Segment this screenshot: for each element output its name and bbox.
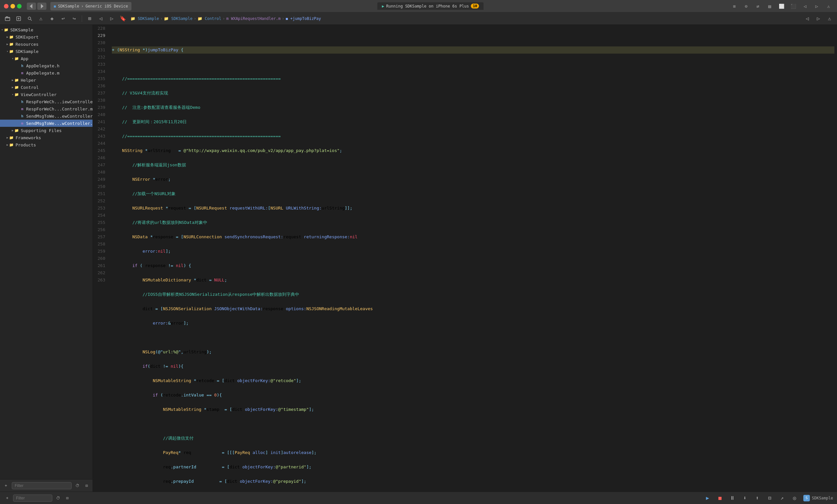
line-number-238: 238	[93, 97, 105, 104]
chevron-right-icon: ▶	[12, 129, 13, 132]
list-view-button[interactable]: ≡	[730, 3, 739, 10]
editor-nav-left[interactable]: ◁	[802, 14, 812, 23]
code-line-240: NSURLRequest *request = [NSURLRequest re…	[112, 204, 834, 212]
sidebar-item-sendmsgtowe-m[interactable]: m SendMsgToWe...wController.m	[0, 120, 92, 127]
sidebar-footer: + ⏱ ⊡	[0, 479, 92, 491]
sidebar-item-helper[interactable]: ▶ 📁 Helper	[0, 76, 92, 84]
running-tab[interactable]: ▶ Running SDKSample on iPhone 6s Plus 10	[377, 2, 484, 10]
statusbar-filter-options[interactable]: ⊡	[64, 495, 71, 501]
line-number-247: 247	[93, 161, 105, 169]
debug-stop[interactable]: ■	[715, 494, 725, 502]
sidebar-item-viewcontroller[interactable]: ▾ 📁 ViewController	[0, 91, 92, 98]
sidebar-item-appdelegate-m[interactable]: m AppDelegate.m	[0, 69, 92, 76]
line-number-237: 237	[93, 90, 105, 97]
debug-step-out[interactable]: ⬆	[752, 494, 762, 502]
warning-toolbar-button[interactable]: ⚠	[36, 14, 46, 23]
folder-icon: 📁	[9, 135, 14, 140]
maximize-button[interactable]	[17, 4, 22, 8]
sidebar-item-respforwech-mm[interactable]: m RespForWeCh...Controller.mm	[0, 105, 92, 112]
editor-warning[interactable]: ⚠	[824, 14, 834, 23]
path-sdksample-2[interactable]: 📁 SDKSample	[164, 16, 192, 21]
line-numbers: 228 229 230 231 232 233 234 235 236 237 …	[93, 25, 109, 491]
filter-history-button[interactable]: ⏱	[74, 482, 81, 489]
line-number-257: 257	[93, 233, 105, 240]
search-toolbar-button[interactable]	[25, 14, 35, 23]
path-sdksample-1[interactable]: 📁 SDKSample	[130, 16, 159, 21]
add-file-footer-button[interactable]: +	[3, 482, 9, 489]
sidebar-label-respforwech-mm: RespForWeCh...Controller.mm	[26, 107, 92, 111]
panel-button[interactable]: ▤	[765, 3, 774, 10]
warning-nav-right[interactable]: ▷	[812, 3, 821, 10]
close-button[interactable]	[4, 4, 8, 8]
sidebar-item-supporting-files[interactable]: ▶ 📁 Supporting Files	[0, 127, 92, 134]
statusbar-filter-input[interactable]	[13, 494, 52, 502]
editor-nav-right[interactable]: ▷	[814, 14, 823, 23]
line-number-255: 255	[93, 219, 105, 226]
warning-nav-left[interactable]: ◁	[800, 3, 809, 10]
scheme-selector[interactable]: ◼ SDKSample › Generic iOS Device	[50, 2, 131, 11]
arrows-button[interactable]: ⇄	[753, 3, 763, 10]
open-file-button[interactable]	[3, 14, 13, 23]
sidebar-label-sdkexport: SDKExport	[15, 35, 38, 39]
add-status-button[interactable]: +	[4, 495, 11, 501]
sidebar-item-app[interactable]: ▾ 📁 App	[0, 55, 92, 62]
path-method[interactable]: ◼ +jumpToBizPay	[285, 16, 321, 21]
nav-left-button[interactable]: ◁	[96, 14, 106, 23]
chevron-right-icon: ▶	[6, 35, 8, 39]
tab-label: Running SDKSample on iPhone 6s Plus	[386, 4, 469, 8]
search-button[interactable]: ⊙	[742, 3, 751, 10]
bookmark-button[interactable]: 🔖	[118, 14, 128, 23]
grid-button[interactable]: ⊞	[85, 14, 94, 23]
folder-icon: 📁	[14, 92, 19, 97]
issues-button[interactable]: ◈	[47, 14, 57, 23]
folder-icon: 📁	[9, 142, 14, 147]
split-button[interactable]: ⬛	[789, 3, 798, 10]
forward-button[interactable]	[37, 3, 47, 10]
sidebar-file-tree: ▾ 📁 SDKSample ▶ 📁 SDKExport ▶ 📁 Resource…	[0, 25, 92, 479]
path-control[interactable]: 📁 Control	[197, 16, 221, 21]
nav-right-button[interactable]: ▷	[107, 14, 117, 23]
warning-icon[interactable]: ⚠	[824, 3, 833, 10]
sidebar-item-sdkexport[interactable]: ▶ 📁 SDKExport	[0, 33, 92, 40]
sidebar-item-appdelegate-h[interactable]: h AppDelegate.h	[0, 62, 92, 69]
code-line-238: NSError *error;	[112, 176, 834, 183]
debug-continue[interactable]: ▶	[702, 494, 712, 502]
path-file[interactable]: m WXApiRequestHandler.m	[226, 16, 281, 21]
file-m-icon: m	[20, 70, 25, 75]
line-number-234: 234	[93, 68, 105, 75]
chevron-right-icon: ▶	[12, 78, 13, 82]
debug-options[interactable]: ⊟	[765, 494, 774, 502]
sidebar-item-resources[interactable]: ▶ 📁 Resources	[0, 40, 92, 48]
undo-button[interactable]: ↩	[58, 14, 68, 23]
device-separator: ›	[81, 4, 83, 8]
sidebar-item-sdksample-group[interactable]: ▾ 📁 SDKSample	[0, 48, 92, 55]
sidebar-item-sendmsgtowe-h[interactable]: h SendMsgToWe...ewController.h	[0, 112, 92, 120]
line-number-258: 258	[93, 240, 105, 248]
filter-options-button[interactable]: ⊡	[83, 482, 90, 489]
sidebar-item-products[interactable]: ▶ 📁 Products	[0, 141, 92, 148]
filter-input[interactable]	[12, 482, 72, 489]
statusbar-filter-history[interactable]: ⏱	[55, 495, 61, 501]
sidebar-item-sdksample-root[interactable]: ▾ 📁 SDKSample	[0, 26, 92, 33]
main-layout: ▾ 📁 SDKSample ▶ 📁 SDKExport ▶ 📁 Resource…	[0, 25, 837, 491]
back-button[interactable]	[27, 3, 36, 10]
warning-badge: 10	[471, 4, 479, 8]
code-line-232: // V3&V4支付流程实现	[112, 90, 834, 97]
debug-location[interactable]: ◎	[789, 494, 799, 502]
debug-step-over[interactable]: ⏸	[728, 494, 737, 502]
layout-button[interactable]: ⬜	[777, 3, 786, 10]
code-content[interactable]: + (NSString *)jumpToBizPay { //=========…	[109, 25, 837, 491]
code-line-244: if ( response != nil) {	[112, 262, 834, 269]
code-line-234: // 更新时间：2015年11月20日	[112, 118, 834, 126]
minimize-button[interactable]	[11, 4, 15, 8]
redo-button[interactable]: ↪	[69, 14, 79, 23]
sidebar-label-frameworks: Frameworks	[15, 135, 41, 140]
debug-share[interactable]: ↗	[777, 494, 787, 502]
add-file-button[interactable]	[14, 14, 23, 23]
debug-step-into[interactable]: ⬇	[740, 494, 750, 502]
sidebar-item-frameworks[interactable]: ▶ 📁 Frameworks	[0, 134, 92, 141]
chevron-down-icon: ▾	[12, 57, 13, 60]
sidebar-item-respforwech-h[interactable]: h RespForWeCh...iewController.h	[0, 98, 92, 105]
sidebar-item-control[interactable]: ▶ 📁 Control	[0, 84, 92, 91]
editor-content[interactable]: 228 229 230 231 232 233 234 235 236 237 …	[93, 25, 837, 491]
